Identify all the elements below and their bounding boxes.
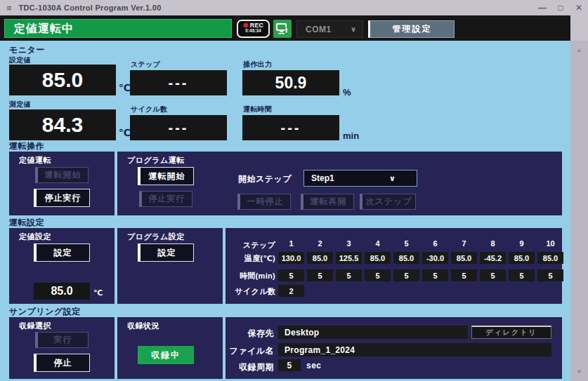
settings-section-title: 運転設定: [9, 217, 44, 229]
directory-button[interactable]: ディレクトリ: [471, 326, 551, 339]
fixed-operation-label: 定値運転: [19, 155, 51, 166]
start-step-value: Step1: [311, 173, 334, 183]
admin-settings-button[interactable]: 管理設定: [368, 20, 455, 38]
step-number: 2: [307, 239, 333, 248]
next-step-button[interactable]: 次ステップ: [360, 194, 416, 210]
record-status-label: 収録状況: [127, 321, 159, 331]
table-cycle-row-label: サイクル数: [232, 286, 275, 297]
time-cell: 5: [480, 269, 506, 281]
period-field[interactable]: 5: [278, 359, 301, 371]
cycle-display: ---: [130, 115, 227, 140]
time-cell: 5: [336, 269, 362, 281]
time-cell: 5: [451, 269, 477, 281]
table-temp-row: 130.0 85.0 125.5 85.0 85.0 -30.0 85.0 -4…: [278, 252, 563, 264]
runtime-label: 運転時間: [243, 105, 272, 114]
cycle-cell: 2: [278, 285, 304, 297]
sv-label: 設定値: [9, 55, 31, 65]
time-cell: 5: [537, 269, 563, 281]
resume-button[interactable]: 運転再開: [301, 194, 354, 210]
dest-field[interactable]: Desktop: [278, 326, 468, 339]
start-step-select[interactable]: Step1 ∨: [303, 170, 417, 187]
step-number: 6: [422, 239, 448, 248]
sv-display: 85.0: [9, 65, 116, 95]
printer-device-icon[interactable]: [273, 20, 292, 38]
period-unit: sec: [306, 361, 322, 370]
rec-dot-icon: [243, 22, 249, 28]
table-step-header-row: 1 2 3 4 5 6 7 8 9 10: [278, 239, 563, 248]
menu-icon[interactable]: ≡: [6, 3, 12, 13]
temp-cell: 85.0: [451, 252, 477, 264]
temp-cell: 85.0: [509, 252, 535, 264]
filename-field[interactable]: Program_1_2024: [278, 343, 551, 356]
rec-elapsed-time: 0:46:34: [238, 28, 268, 33]
pv-label: 測定値: [9, 100, 31, 109]
vertical-scrollbar[interactable]: ▲ ▼: [570, 41, 588, 381]
table-time-row: 5 5 5 5 5 5 5 5 5 5: [278, 269, 563, 281]
temp-cell: -30.0: [422, 252, 448, 264]
table-temp-row-label: 温度(℃): [232, 253, 275, 264]
temp-cell: 125.5: [336, 252, 362, 264]
cycle-label: サイクル数: [131, 105, 167, 114]
window-title: TDC-1030A Control Program Ver.1.00: [19, 4, 162, 12]
sampling-section-title: サンプリング設定: [9, 306, 81, 318]
temp-cell: 85.0: [537, 252, 563, 264]
record-stop-button[interactable]: 停止: [34, 354, 90, 372]
step-number: 4: [365, 239, 391, 248]
step-number: 5: [393, 239, 419, 248]
step-number: 3: [336, 239, 362, 248]
program-stop-button[interactable]: 停止実行: [139, 191, 192, 207]
time-cell: 5: [422, 269, 448, 281]
program-start-button[interactable]: 運転開始: [138, 167, 194, 185]
chevron-down-icon: ∨: [389, 174, 396, 183]
filename-label: ファイル名: [225, 345, 274, 357]
program-set-button[interactable]: 設定: [138, 243, 194, 262]
runtime-unit: min: [343, 131, 359, 141]
step-label: ステップ: [131, 60, 160, 69]
table-step-row-label: ステップ: [232, 240, 275, 250]
temp-cell: 130.0: [278, 252, 304, 264]
temp-cell: -45.2: [480, 252, 506, 264]
com-port-select[interactable]: COM1 ∨: [296, 20, 363, 38]
minimize-button[interactable]: —: [537, 3, 547, 13]
time-cell: 5: [393, 269, 419, 281]
fixed-set-button[interactable]: 設定: [34, 243, 90, 262]
record-run-button[interactable]: 実行: [35, 332, 89, 348]
time-cell: 5: [509, 269, 535, 281]
step-number: 1: [278, 239, 304, 248]
titlebar: ≡ TDC-1030A Control Program Ver.1.00 — □…: [0, 0, 588, 15]
period-label: 収録周期: [225, 361, 274, 373]
temp-cell: 85.0: [393, 252, 419, 264]
operation-section-title: 運転操作: [9, 140, 44, 152]
recording-badge: 収録中: [138, 346, 194, 364]
maximize-button[interactable]: □: [556, 3, 566, 13]
fixed-stop-button[interactable]: 停止実行: [34, 189, 90, 207]
runtime-display: ---: [242, 115, 339, 140]
output-unit: %: [343, 87, 351, 98]
chevron-down-icon: ∨: [351, 25, 356, 33]
com-port-value: COM1: [306, 25, 332, 34]
step-number: 10: [537, 239, 563, 248]
fixed-setting-unit: ℃: [93, 288, 103, 298]
table-cycle-row: 2: [278, 285, 304, 297]
temp-cell: 85.0: [307, 252, 333, 264]
close-button[interactable]: ✕: [574, 3, 584, 13]
dest-label: 保存先: [225, 328, 274, 340]
rec-indicator: REC 0:46:34: [237, 20, 270, 38]
fixed-setting-value: 85.0: [34, 283, 90, 300]
scroll-up-icon[interactable]: ▲: [570, 46, 588, 53]
program-setting-label: プログラム設定: [127, 232, 185, 242]
monitor-section-title: モニター: [9, 44, 45, 56]
scroll-down-icon[interactable]: ▼: [570, 368, 588, 375]
sv-unit: ℃: [119, 82, 131, 93]
program-operation-label: プログラム運転: [127, 155, 185, 166]
fixed-start-button[interactable]: 運転開始: [35, 167, 89, 183]
run-status-indicator: 定値運転中: [4, 19, 232, 38]
step-display: ---: [130, 70, 227, 95]
step-number: 9: [509, 239, 535, 248]
step-number: 7: [451, 239, 477, 248]
pause-button[interactable]: 一時停止: [237, 194, 291, 210]
output-label: 操作出力: [243, 60, 272, 69]
time-cell: 5: [365, 269, 391, 281]
temp-cell: 85.0: [365, 252, 391, 264]
pv-display: 84.3: [9, 109, 116, 140]
